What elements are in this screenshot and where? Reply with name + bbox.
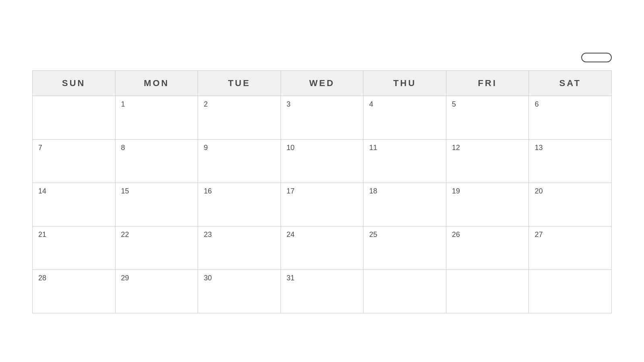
calendar-cell[interactable]: 8: [115, 140, 198, 183]
day-number: 24: [287, 230, 295, 239]
day-number: 20: [535, 187, 543, 195]
calendar-cell[interactable]: 30: [198, 270, 281, 313]
calendar-cell[interactable]: [33, 96, 116, 140]
weekday-header-tue: TUE: [198, 71, 281, 96]
calendar-cell[interactable]: 14: [33, 183, 116, 226]
day-number: 23: [204, 230, 212, 239]
calendar-cell[interactable]: 6: [529, 96, 612, 140]
calendar-cell[interactable]: 31: [281, 270, 363, 313]
calendar-cell[interactable]: 18: [363, 183, 446, 226]
day-number: 21: [38, 230, 46, 239]
calendar-header: [32, 53, 612, 62]
calendar-cell[interactable]: 20: [529, 183, 612, 226]
calendar-cell[interactable]: 16: [198, 183, 281, 226]
calendar-cell[interactable]: 19: [446, 183, 529, 226]
day-number: 7: [38, 144, 42, 152]
weekday-header-mon: MON: [115, 71, 198, 96]
day-number: 18: [369, 187, 377, 195]
day-number: 6: [535, 100, 539, 108]
day-number: 1: [121, 100, 125, 108]
day-number: 8: [121, 144, 125, 152]
calendar-cell[interactable]: 22: [115, 226, 198, 270]
weekday-header-thu: THU: [363, 71, 446, 96]
day-number: 16: [204, 187, 212, 195]
calendar-cell[interactable]: 5: [446, 96, 529, 140]
day-number: 17: [287, 187, 295, 195]
week-row-5: 28293031: [33, 270, 612, 313]
day-number: 27: [535, 230, 543, 239]
calendar-cell[interactable]: 13: [529, 140, 612, 183]
calendar-cell[interactable]: 26: [446, 226, 529, 270]
calendar-cell[interactable]: 1: [115, 96, 198, 140]
calendar-cell[interactable]: 24: [281, 226, 363, 270]
week-row-2: 78910111213: [33, 140, 612, 183]
day-number: 9: [204, 144, 208, 152]
weekday-header-row: SUNMONTUEWEDTHUFRISAT: [33, 71, 612, 96]
day-number: 29: [121, 274, 129, 282]
calendar-cell[interactable]: 7: [33, 140, 116, 183]
day-number: 13: [535, 144, 543, 152]
calendar-cell[interactable]: 25: [363, 226, 446, 270]
calendar-cell[interactable]: 3: [281, 96, 363, 140]
calendar-cell[interactable]: 9: [198, 140, 281, 183]
calendar-cell[interactable]: 12: [446, 140, 529, 183]
day-number: 26: [452, 230, 460, 239]
weekday-header-fri: FRI: [446, 71, 529, 96]
day-number: 12: [452, 144, 460, 152]
day-number: 5: [452, 100, 456, 108]
calendar-cell[interactable]: 27: [529, 226, 612, 270]
day-number: 25: [369, 230, 377, 239]
weekday-header-wed: WED: [281, 71, 363, 96]
calendar-grid: SUNMONTUEWEDTHUFRISAT 123456789101112131…: [32, 70, 612, 313]
year-badge: [581, 53, 612, 62]
day-number: 3: [287, 100, 291, 108]
calendar-cell[interactable]: 29: [115, 270, 198, 313]
calendar-cell[interactable]: 4: [363, 96, 446, 140]
day-number: 28: [38, 274, 46, 282]
week-row-1: 123456: [33, 96, 612, 140]
day-number: 30: [204, 274, 212, 282]
day-number: 31: [287, 274, 295, 282]
calendar-container: SUNMONTUEWEDTHUFRISAT 123456789101112131…: [24, 37, 620, 325]
day-number: 4: [369, 100, 373, 108]
week-row-4: 21222324252627: [33, 226, 612, 270]
calendar-cell[interactable]: [446, 270, 529, 313]
week-row-3: 14151617181920: [33, 183, 612, 226]
day-number: 2: [204, 100, 208, 108]
day-number: 10: [287, 144, 295, 152]
day-number: 14: [38, 187, 46, 195]
weekday-header-sun: SUN: [33, 71, 116, 96]
calendar-cell[interactable]: 15: [115, 183, 198, 226]
calendar-cell[interactable]: 2: [198, 96, 281, 140]
calendar-cell[interactable]: 11: [363, 140, 446, 183]
day-number: 19: [452, 187, 460, 195]
calendar-cell[interactable]: 10: [281, 140, 363, 183]
calendar-cell[interactable]: 23: [198, 226, 281, 270]
calendar-cell[interactable]: [529, 270, 612, 313]
calendar-cell[interactable]: 17: [281, 183, 363, 226]
calendar-cell[interactable]: [363, 270, 446, 313]
calendar-cell[interactable]: 28: [33, 270, 116, 313]
day-number: 11: [369, 144, 377, 152]
day-number: 15: [121, 187, 129, 195]
day-number: 22: [121, 230, 129, 239]
calendar-cell[interactable]: 21: [33, 226, 116, 270]
weekday-header-sat: SAT: [529, 71, 612, 96]
